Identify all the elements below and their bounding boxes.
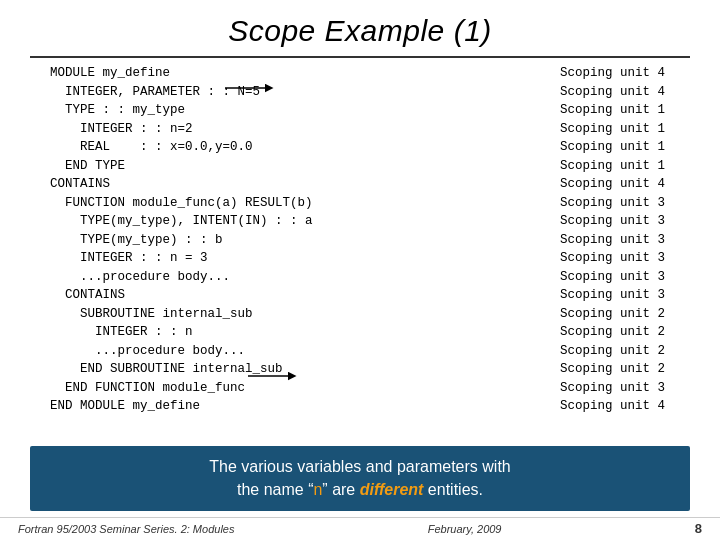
bottom-box: The various variables and parameters wit… [30,446,690,511]
divider [30,56,690,58]
n-highlight: n [313,481,322,498]
scoping-block: Scoping unit 4 Scoping unit 4 Scoping un… [550,64,710,442]
different-text: different [360,481,424,498]
footer-center: February, 2009 [428,523,502,535]
footer-num: 8 [695,521,702,536]
arrow2-svg [248,367,298,385]
footer: Fortran 95/2003 Seminar Series. 2: Modul… [0,517,720,540]
content-area: MODULE my_define INTEGER, PARAMETER : : … [0,64,720,442]
slide: Scope Example (1) MODULE my_define INTEG… [0,0,720,540]
footer-left: Fortran 95/2003 Seminar Series. 2: Modul… [18,523,234,535]
arrow1-svg [225,79,275,97]
code-block: MODULE my_define INTEGER, PARAMETER : : … [30,64,550,416]
slide-title: Scope Example (1) [0,0,720,56]
